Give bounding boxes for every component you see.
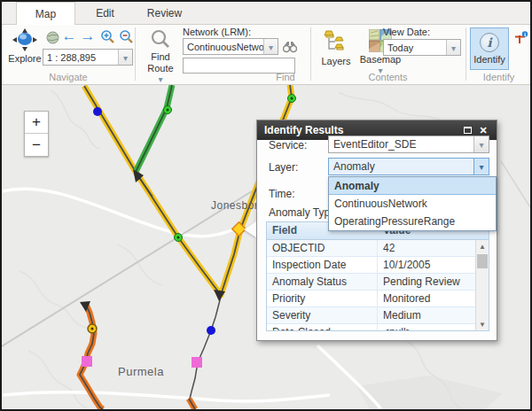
scale-combobox[interactable]: 1 : 288,895	[43, 49, 133, 66]
explore-icon	[12, 28, 38, 53]
table-row[interactable]: Inspection Date 10/1/2005	[267, 257, 475, 274]
service-dropdown-button[interactable]	[473, 136, 489, 152]
chevron-down-icon	[479, 138, 483, 151]
scroll-up-icon[interactable]: ▲	[476, 240, 489, 252]
ribbon-tab[interactable]: Map	[16, 2, 75, 25]
ribbon: Explore 1 : 288,895 Navigate Find Route …	[2, 25, 530, 85]
layers-icon	[323, 29, 349, 56]
ribbon-tab[interactable]: Edit	[75, 2, 135, 25]
view-date-label: View Date:	[383, 27, 430, 37]
field-cell: Date Closed	[267, 324, 378, 331]
ribbon-tabbar: MapEditReview	[2, 2, 530, 25]
map-canvas[interactable]: Jonesboro Purmela + − Identify Results S…	[2, 85, 530, 409]
maximize-icon	[464, 127, 472, 134]
table-row[interactable]: Anomaly Status Pending Review	[267, 274, 475, 291]
group-label-identify: Identify	[466, 72, 532, 82]
chevron-down-icon	[269, 42, 273, 52]
value-cell: <null>	[378, 324, 475, 331]
chevron-down-icon	[451, 43, 456, 53]
full-extent-icon[interactable]	[44, 29, 60, 45]
chevron-down-icon	[123, 52, 128, 63]
dropdown-option[interactable]: OperatingPressureRange	[329, 213, 496, 230]
selection-line-north[interactable]	[133, 169, 153, 197]
maximize-button[interactable]	[461, 124, 473, 136]
dialog-title: Identify Results	[264, 124, 458, 136]
view-date-combobox[interactable]: Today	[383, 39, 461, 56]
next-extent-icon[interactable]	[80, 28, 96, 44]
service-combobox[interactable]: EventEditor_SDE	[328, 136, 489, 153]
map-zoom-control: + −	[24, 111, 49, 157]
layer-combobox[interactable]: Anomaly	[328, 158, 489, 175]
scroll-down-icon[interactable]: ▼	[476, 318, 489, 330]
explore-label: Explore	[8, 53, 41, 64]
view-date-value: Today	[384, 43, 446, 53]
marker-blue-dot	[207, 326, 215, 335]
table-row[interactable]: OBJECTID 42	[267, 240, 475, 257]
scale-dropdown-button[interactable]	[118, 50, 132, 65]
group-label-navigate: Navigate	[2, 72, 135, 82]
layer-label: Layer:	[269, 161, 298, 174]
value-cell: Monitored	[378, 291, 475, 306]
field-cell: Inspection Date	[267, 257, 378, 273]
value-cell: 10/1/2005	[378, 257, 475, 273]
table-scrollbar[interactable]: ▲ ▼	[475, 240, 489, 330]
zoom-in-icon[interactable]	[99, 28, 115, 44]
svg-text:i: i	[523, 32, 525, 37]
identify-route-location-icon[interactable]: i	[512, 30, 528, 46]
chevron-down-icon	[479, 160, 483, 173]
marker-blue-dot	[93, 107, 102, 116]
dialog-anchor	[244, 221, 256, 237]
map-zoom-in-button[interactable]: +	[25, 112, 48, 134]
marker-pink-square	[82, 356, 92, 367]
network-dropdown-button[interactable]	[263, 39, 278, 54]
find-route-button[interactable]: Find Route	[142, 28, 179, 84]
time-label: Time:	[269, 188, 295, 200]
field-cell: OBJECTID	[267, 240, 378, 256]
network-combobox[interactable]: ContinuousNetwork	[183, 38, 278, 55]
table-row[interactable]: Date Closed <null>	[267, 324, 475, 331]
value-cell: Pending Review	[378, 274, 475, 290]
find-route-label: Find Route	[145, 51, 176, 74]
magnifier-icon	[150, 28, 171, 51]
selection-line-south[interactable]	[189, 290, 225, 409]
identify-icon: i	[480, 33, 499, 52]
dropdown-option[interactable]: ContinuousNetwork	[329, 195, 496, 213]
layer-dropdown-list: AnomalyContinuousNetworkOperatingPressur…	[328, 176, 497, 231]
table-row[interactable]: Severity Medium	[267, 307, 475, 324]
marker-pink-square	[192, 357, 202, 368]
dropdown-option[interactable]: Anomaly	[329, 177, 496, 195]
service-label: Service:	[269, 139, 307, 151]
identify-results-dialog: Identify Results Service: EventEditor_SD…	[256, 120, 497, 341]
scale-value: 1 : 288,895	[43, 52, 118, 63]
field-cell: Priority	[267, 291, 378, 306]
group-label-contents: Contents	[310, 72, 466, 82]
app-window: MapEditReview Explore	[0, 0, 532, 411]
field-cell: Anomaly Status	[267, 274, 378, 290]
table-body: OBJECTID 42 Inspection Date 10/1/2005 An…	[267, 240, 475, 330]
layer-value: Anomaly	[329, 160, 473, 173]
zoom-out-icon[interactable]	[118, 28, 134, 44]
layers-button[interactable]: Layers	[317, 29, 355, 66]
scrollbar-thumb[interactable]	[477, 254, 488, 268]
table-row[interactable]: Priority Monitored	[267, 291, 475, 307]
previous-extent-icon[interactable]	[61, 28, 77, 44]
chevron-down-icon	[158, 74, 162, 84]
network-value: ContinuousNetwork	[184, 42, 263, 52]
map-zoom-out-button[interactable]: −	[25, 134, 48, 156]
view-date-dropdown-button[interactable]	[446, 40, 460, 55]
service-value: EventEditor_SDE	[329, 138, 473, 151]
network-lrm-label: Network (LRM):	[183, 27, 251, 37]
explore-button[interactable]: Explore	[7, 28, 43, 64]
railroad-line	[2, 191, 252, 346]
value-cell: 42	[378, 240, 475, 256]
layer-dropdown-button[interactable]	[473, 159, 489, 174]
map-label-purmela: Purmela	[118, 365, 164, 378]
binoculars-icon[interactable]	[282, 39, 298, 55]
identify-label: Identify	[473, 54, 505, 65]
ribbon-tab[interactable]: Review	[135, 2, 194, 25]
identify-button[interactable]: i Identify	[470, 27, 509, 70]
group-divider	[135, 27, 136, 81]
route-green[interactable]	[136, 85, 172, 172]
close-button[interactable]	[477, 124, 489, 136]
layers-label: Layers	[321, 56, 350, 66]
